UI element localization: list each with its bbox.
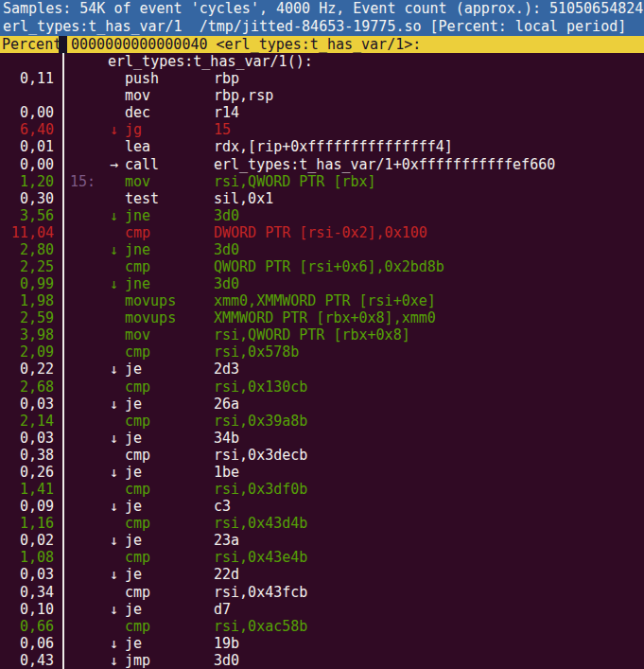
instruction-mnemonic: je <box>125 566 142 583</box>
asm-line[interactable]: 0,03↓je26a <box>0 396 644 413</box>
instruction-mnemonic: jne <box>125 207 150 224</box>
cursor-separator-block <box>59 36 67 54</box>
column-separator <box>62 481 64 499</box>
percent-value: 6,40 <box>0 121 54 138</box>
instruction-mnemonic: dec <box>125 104 150 121</box>
percent-value: 2,68 <box>0 379 54 396</box>
asm-line[interactable]: 0,11pushrbp <box>0 70 644 87</box>
symbol-path-header-line: erl_types:t_has_var/1 /tmp/jitted-84653-… <box>0 18 644 36</box>
asm-line[interactable]: 2,68cmprsi,0x130cb <box>0 379 644 396</box>
selected-address-line[interactable]: Percent0000000000000040 <erl_types:t_has… <box>0 36 644 53</box>
instruction-operands: rdx,[rip+0xfffffffffffffff4] <box>214 138 453 155</box>
asm-line[interactable]: 0,38cmprsi,0x3decb <box>0 447 644 464</box>
jump-down-arrow-icon: ↓ <box>110 121 118 138</box>
percent-value: 1,98 <box>0 292 54 309</box>
asm-line[interactable]: 3,98movrsi,QWORD PTR [rbx+0x8] <box>0 326 644 343</box>
instruction-mnemonic: cmp <box>125 515 150 532</box>
asm-line[interactable]: 0,03↓je22d <box>0 566 644 583</box>
percent-value: 1,08 <box>0 549 54 566</box>
asm-line[interactable]: 0,02↓je23a <box>0 532 644 549</box>
asm-line[interactable]: 3,56↓jne3d0 <box>0 207 644 224</box>
instruction-operands: rsi,0x130cb <box>214 379 307 396</box>
percent-value: 2,25 <box>0 258 54 275</box>
source-line[interactable]: erl_types:t_has_var/1(): <box>0 53 644 70</box>
instruction-mnemonic: je <box>125 532 142 549</box>
jump-down-arrow-icon: ↓ <box>110 396 118 413</box>
jump-down-arrow-icon: ↓ <box>110 361 118 378</box>
asm-line[interactable]: 1,2015:movrsi,QWORD PTR [rbx] <box>0 173 644 190</box>
instruction-mnemonic: je <box>125 396 142 413</box>
asm-line[interactable]: 0,09↓jec3 <box>0 498 644 515</box>
percent-value: 1,41 <box>0 481 54 498</box>
instruction-operands: rsi,0x43e4b <box>214 549 307 566</box>
percent-value: 0,00 <box>0 156 54 173</box>
column-separator <box>62 566 64 584</box>
asm-line[interactable]: 0,10↓jed7 <box>0 601 644 618</box>
percent-value: 0,34 <box>0 584 54 601</box>
column-separator <box>62 53 64 71</box>
instruction-operands: 19b <box>214 635 239 652</box>
asm-line[interactable]: 0,30testsil,0x1 <box>0 190 644 207</box>
asm-line[interactable]: 1,08cmprsi,0x43e4b <box>0 549 644 566</box>
percent-value: 0,03 <box>0 566 54 583</box>
percent-value: 2,14 <box>0 413 54 430</box>
samples-header-line: Samples: 54K of event 'cycles', 4000 Hz,… <box>0 0 644 18</box>
asm-line[interactable]: 0,43↓jmp3d0 <box>0 652 644 669</box>
instruction-mnemonic: cmp <box>125 618 150 635</box>
asm-line[interactable]: 1,16cmprsi,0x43d4b <box>0 515 644 532</box>
instruction-operands: rsi,0x39a8b <box>214 413 307 430</box>
instruction-operands: QWORD PTR [rsi+0x6],0x2bd8b <box>214 258 444 275</box>
percent-value: 2,59 <box>0 309 54 326</box>
instruction-operands: 26a <box>214 396 239 413</box>
asm-line[interactable]: 2,14cmprsi,0x39a8b <box>0 413 644 430</box>
asm-line[interactable]: 11,04cmpDWORD PTR [rsi-0x2],0x100 <box>0 224 644 241</box>
column-separator <box>62 121 64 139</box>
jump-down-arrow-icon: ↓ <box>110 566 118 583</box>
column-separator <box>62 224 64 242</box>
column-separator <box>62 464 64 482</box>
asm-line[interactable]: 0,22↓je2d3 <box>0 361 644 378</box>
instruction-operands: rbp,rsp <box>214 87 273 104</box>
instruction-mnemonic: je <box>125 430 142 447</box>
instruction-operands: 34b <box>214 430 239 447</box>
asm-line[interactable]: 1,98movupsxmm0,XMMWORD PTR [rsi+0xe] <box>0 292 644 309</box>
instruction-operands: erl_types:t_has_var/1+0xfffffffffffef660 <box>214 156 555 173</box>
perf-annotate-terminal[interactable]: Samples: 54K of event 'cycles', 4000 Hz,… <box>0 0 644 669</box>
asm-line[interactable]: 2,25cmpQWORD PTR [rsi+0x6],0x2bd8b <box>0 258 644 275</box>
asm-line[interactable]: 0,66cmprsi,0xac58b <box>0 618 644 635</box>
asm-line[interactable]: 0,06↓je19b <box>0 635 644 652</box>
asm-line[interactable]: movrbp,rsp <box>0 87 644 104</box>
column-separator <box>62 430 64 448</box>
asm-line[interactable]: 0,00→callerl_types:t_has_var/1+0xfffffff… <box>0 156 644 173</box>
percent-value: 0,06 <box>0 635 54 652</box>
instruction-mnemonic: call <box>125 156 159 173</box>
percent-value: 1,20 <box>0 173 54 190</box>
asm-line[interactable]: 0,01leardx,[rip+0xfffffffffffffff4] <box>0 138 644 155</box>
column-separator <box>62 207 64 225</box>
column-separator <box>62 70 64 88</box>
column-separator <box>62 343 64 361</box>
instruction-mnemonic: movups <box>125 292 176 309</box>
asm-line[interactable]: 2,80↓jne3d0 <box>0 241 644 258</box>
percent-value: 3,56 <box>0 207 54 224</box>
column-separator <box>62 447 64 465</box>
instruction-operands: rsi,QWORD PTR [rbx] <box>214 173 376 190</box>
asm-line[interactable]: 0,99↓jne3d0 <box>0 275 644 292</box>
asm-line[interactable]: 2,09cmprsi,0x578b <box>0 343 644 361</box>
asm-line[interactable]: 6,40↓jg15 <box>0 121 644 138</box>
asm-line[interactable]: 0,26↓je1be <box>0 464 644 481</box>
instruction-operands: 3d0 <box>214 207 239 224</box>
asm-line[interactable]: 2,59movupsXMMWORD PTR [rbx+0x8],xmm0 <box>0 309 644 326</box>
asm-line[interactable]: 0,34cmprsi,0x43fcb <box>0 584 644 601</box>
percent-value: 0,99 <box>0 275 54 292</box>
instruction-mnemonic: je <box>125 601 142 618</box>
instruction-operands: rsi,0x3df0b <box>214 481 307 498</box>
percent-column-header: Percent <box>0 36 59 53</box>
asm-line[interactable]: 0,00decr14 <box>0 104 644 121</box>
instruction-operands: 1be <box>214 464 239 481</box>
asm-line[interactable]: 0,03↓je34b <box>0 430 644 447</box>
percent-value: 0,01 <box>0 138 54 155</box>
column-separator <box>62 326 64 344</box>
percent-value: 0,30 <box>0 190 54 207</box>
asm-line[interactable]: 1,41cmprsi,0x3df0b <box>0 481 644 498</box>
